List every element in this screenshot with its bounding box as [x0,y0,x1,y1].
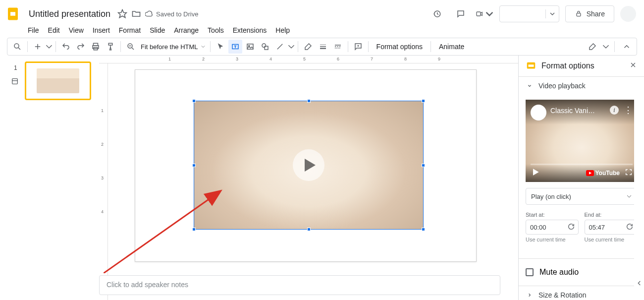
menu-file[interactable]: File [24,24,43,36]
thumbnail-image [37,68,79,93]
speaker-notes[interactable]: Click to add speaker notes [99,275,500,295]
select-tool-icon[interactable] [214,40,227,54]
redo-icon[interactable] [74,40,88,54]
resize-handle[interactable] [307,99,311,103]
menu-extensions[interactable]: Extensions [229,24,270,36]
selected-video[interactable] [194,101,424,230]
menu-arrange[interactable]: Arrange [170,24,203,36]
textbox-icon[interactable] [228,40,242,54]
border-color-icon[interactable] [301,40,315,54]
comment-icon[interactable] [351,40,365,54]
undo-icon[interactable] [59,40,73,54]
slideshow-button[interactable]: Slideshow [499,5,559,22]
start-at-input[interactable]: 00:00 [526,220,579,235]
share-label: Share [587,10,605,18]
mute-checkbox[interactable] [526,268,534,276]
theme-icon [526,60,537,71]
resize-handle[interactable] [422,228,425,231]
use-current-start[interactable]: Use current time [526,237,579,242]
svg-point-6 [14,44,19,48]
resize-handle[interactable] [422,164,425,167]
svg-rect-4 [477,12,481,16]
zoom-select[interactable]: Fit before the HTML Fit [139,43,207,51]
line-icon[interactable] [273,40,287,54]
shape-icon[interactable] [258,40,272,54]
zoom-icon[interactable] [124,40,138,54]
border-dash-icon[interactable] [331,40,345,54]
menu-view[interactable]: View [65,24,88,36]
menu-help[interactable]: Help [271,24,294,36]
new-slide-button[interactable] [31,40,45,54]
svg-rect-20 [529,64,534,67]
size-rotation-label: Size & Rotation [538,291,587,299]
expand-side-panel-icon[interactable] [636,279,644,289]
share-button[interactable]: Share [565,5,614,22]
close-icon[interactable] [629,61,637,71]
start-at-value: 00:00 [530,224,546,231]
refresh-icon[interactable] [626,223,634,232]
search-icon[interactable] [10,40,24,54]
vertical-ruler: 1 2 3 4 [99,63,108,300]
end-at-label: End at: [585,212,638,218]
size-rotation-section[interactable]: Size & Rotation [519,286,644,300]
line-dropdown[interactable] [288,40,295,54]
comments-icon[interactable] [452,5,470,23]
svg-point-14 [262,44,266,48]
use-current-end[interactable]: Use current time [585,237,638,242]
save-status-text: Saved to Drive [156,10,198,18]
mode-dropdown[interactable] [602,40,609,54]
slide-thumbnail[interactable] [25,61,91,100]
meet-button[interactable] [476,5,493,23]
video-title: Classic Vani… [550,107,595,115]
youtube-preview[interactable]: Classic Vani… i ⋮ YouTube [526,100,638,182]
slideshow-dropdown[interactable] [545,9,559,18]
svg-rect-12 [247,44,253,50]
account-avatar[interactable] [620,6,636,22]
slide-stage[interactable] [135,69,477,262]
menu-insert[interactable]: Insert [89,24,114,36]
new-slide-dropdown[interactable] [46,40,53,54]
chevron-down-icon [627,193,632,200]
play-icon[interactable] [531,167,540,179]
menu-tools[interactable]: Tools [204,24,228,36]
youtube-logo[interactable]: YouTube [586,170,620,177]
video-playback-section[interactable]: Video playback [519,77,644,95]
history-icon[interactable] [428,5,446,23]
more-icon[interactable]: ⋮ [624,105,633,116]
border-weight-icon[interactable] [316,40,330,54]
animate-button[interactable]: Animate [434,43,469,51]
play-overlay-icon[interactable] [293,149,324,181]
end-at-input[interactable]: 05:47 [585,220,638,235]
resize-handle[interactable] [307,228,311,231]
svg-rect-16 [12,79,18,84]
image-icon[interactable] [243,40,257,54]
move-icon[interactable] [131,9,141,19]
doc-title[interactable]: Untitled presentation [26,8,113,20]
play-mode-select[interactable]: Play (on click) [526,188,637,205]
info-icon[interactable]: i [610,106,619,115]
resize-handle[interactable] [192,228,196,231]
mute-label[interactable]: Mute audio [539,268,579,277]
channel-avatar[interactable] [531,105,546,120]
print-icon[interactable] [89,40,103,54]
panel-title: Format options [541,61,624,70]
mode-icon[interactable] [586,40,599,54]
hide-menus-icon[interactable] [620,40,634,54]
resize-handle[interactable] [192,99,196,103]
menu-bar: File Edit View Insert Format Slide Arran… [0,25,644,38]
slides-logo[interactable] [4,5,22,23]
save-status[interactable]: Saved to Drive [145,10,198,18]
play-mode-value: Play (on click) [531,193,571,200]
resize-handle[interactable] [192,164,196,167]
star-icon[interactable] [117,9,127,19]
resize-handle[interactable] [422,99,425,103]
menu-slide[interactable]: Slide [146,24,169,36]
filmstrip-menu-icon[interactable] [11,77,19,87]
menu-edit[interactable]: Edit [44,24,64,36]
menu-format[interactable]: Format [115,24,145,36]
canvas[interactable]: 1 2 3 4 5 6 7 8 9 1 2 3 4 [99,56,518,300]
fullscreen-icon[interactable] [625,168,633,178]
format-options-button[interactable]: Format options [372,43,428,51]
refresh-icon[interactable] [567,223,575,232]
paint-format-icon[interactable] [104,40,117,54]
